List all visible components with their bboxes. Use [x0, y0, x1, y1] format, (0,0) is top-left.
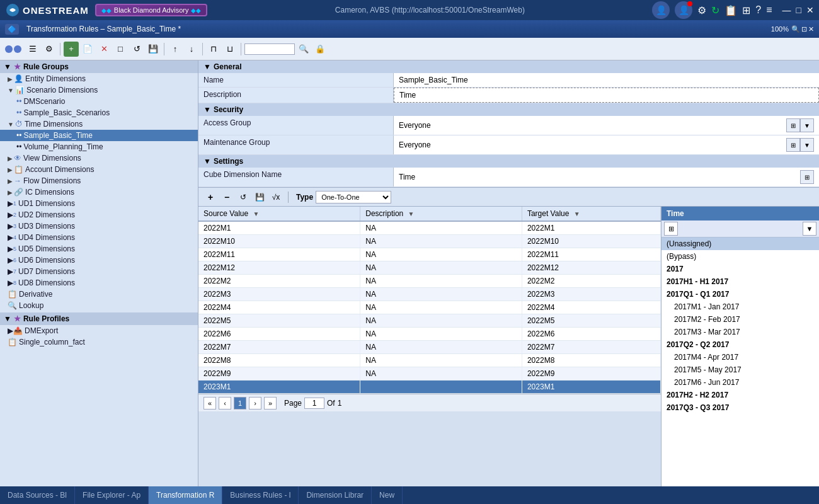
- dim-list-item[interactable]: 2017M5 - May 2017: [662, 364, 819, 376]
- formula-btn[interactable]: √x: [269, 190, 283, 204]
- cell-source-4[interactable]: 2022M2: [198, 275, 360, 288]
- description-header[interactable]: Description ▼: [360, 207, 522, 221]
- save-icon[interactable]: 💾: [146, 42, 161, 57]
- cell-target-10[interactable]: 2022M8: [522, 354, 660, 367]
- cell-target-4[interactable]: 2022M2: [522, 275, 660, 288]
- cell-description-7[interactable]: NA: [360, 314, 522, 328]
- dim-filter-icon[interactable]: ▼: [803, 222, 816, 236]
- table-row[interactable]: 2022M11NA2022M11: [198, 248, 661, 261]
- tree-ud5-dimensions[interactable]: ▶ 5 UD5 Dimensions: [0, 243, 198, 255]
- dim-list-item[interactable]: 2017M3 - Mar 2017: [662, 326, 819, 338]
- cell-target-3[interactable]: 2022M12: [522, 261, 660, 275]
- user-alert-icon[interactable]: 👤: [675, 1, 692, 19]
- cell-description-6[interactable]: NA: [360, 301, 522, 314]
- cell-description-8[interactable]: NA: [360, 328, 522, 341]
- cell-description-9[interactable]: NA: [360, 341, 522, 354]
- tree-sample-basic-time[interactable]: •• Sample_Basic_Time: [0, 130, 198, 141]
- table-row[interactable]: 2022M9NA2022M9: [198, 367, 661, 381]
- add-row-btn[interactable]: +: [203, 190, 217, 204]
- cell-target-1[interactable]: 2022M10: [522, 235, 660, 248]
- cell-target-0[interactable]: 2022M1: [522, 221, 660, 235]
- cube-dimension-value[interactable]: Time: [399, 173, 800, 181]
- filter-btn[interactable]: 🔒: [312, 42, 328, 57]
- dim-list-item[interactable]: (Unassigned): [662, 238, 819, 250]
- cell-description-1[interactable]: NA: [360, 235, 522, 248]
- cell-description-0[interactable]: NA: [360, 221, 522, 235]
- cell-source-0[interactable]: 2022M1: [198, 221, 360, 235]
- dim-list-item[interactable]: 2017H2 - H2 2017: [662, 389, 819, 401]
- tree-ic-dimensions[interactable]: ▶ 🔗 IC Dimensions: [0, 186, 198, 198]
- close-doc-btn[interactable]: ✕: [808, 25, 814, 33]
- table-row[interactable]: 2022M6NA2022M6: [198, 328, 661, 341]
- refresh-icon[interactable]: ↻: [711, 4, 719, 16]
- next-page-btn[interactable]: ›: [249, 397, 261, 410]
- cube-dimension-picker-btn[interactable]: ⊞: [800, 170, 814, 184]
- cell-source-5[interactable]: 2022M3: [198, 288, 360, 301]
- cell-source-12[interactable]: 2023M1: [198, 381, 360, 394]
- tree-dmexport[interactable]: ▶ 📤 DMExport: [0, 325, 198, 336]
- tree-sample-basic-scenarios[interactable]: •• Sample_Basic_Scenarios: [0, 107, 198, 118]
- cell-target-12[interactable]: 2023M1: [522, 381, 660, 394]
- type-select[interactable]: One-To-One: [316, 191, 391, 203]
- source-value-header[interactable]: Source Value ▼: [198, 207, 360, 221]
- cell-description-12[interactable]: [360, 381, 522, 394]
- up-icon[interactable]: ↑: [168, 42, 183, 57]
- table-row[interactable]: 2022M5NA2022M5: [198, 314, 661, 328]
- tree-derivative[interactable]: 📋 Derivative: [0, 289, 198, 300]
- zoom-out-icon[interactable]: 🔍: [791, 25, 800, 33]
- rule-groups-collapse-icon[interactable]: ▼: [4, 62, 11, 71]
- tree-lookup[interactable]: 🔍 Lookup: [0, 300, 198, 311]
- dim-list-item[interactable]: 2017Q3 - Q3 2017: [662, 401, 819, 414]
- tree-flow-dimensions[interactable]: ▶ → Flow Dimensions: [0, 175, 198, 186]
- tree-ud1-dimensions[interactable]: ▶ 1 UD1 Dimensions: [0, 198, 198, 209]
- cell-target-5[interactable]: 2022M3: [522, 288, 660, 301]
- tree-single-column-fact[interactable]: 📋 Single_column_fact: [0, 336, 198, 348]
- maximize-btn[interactable]: □: [796, 5, 801, 15]
- tree-ud4-dimensions[interactable]: ▶ 4 UD4 Dimensions: [0, 232, 198, 243]
- cell-target-7[interactable]: 2022M5: [522, 314, 660, 328]
- table-row[interactable]: 2022M3NA2022M3: [198, 288, 661, 301]
- tab-new[interactable]: New: [372, 486, 403, 504]
- table-row[interactable]: 2022M10NA2022M10: [198, 235, 661, 248]
- cell-target-8[interactable]: 2022M6: [522, 328, 660, 341]
- description-value[interactable]: Time: [394, 88, 819, 103]
- cell-description-11[interactable]: NA: [360, 367, 522, 381]
- down-icon[interactable]: ↓: [184, 42, 199, 57]
- tree-ud8-dimensions[interactable]: ▶ 8 UD8 Dimensions: [0, 277, 198, 289]
- app-logo[interactable]: ONESTREAM: [5, 3, 89, 18]
- close-btn[interactable]: ✕: [806, 5, 814, 15]
- search-input[interactable]: [244, 43, 295, 55]
- access-group-picker-btn[interactable]: ⊞: [786, 118, 800, 132]
- tree-account-dimensions[interactable]: ▶ 📋 Account Dimensions: [0, 164, 198, 175]
- nav-icon-2[interactable]: ⚙: [42, 42, 57, 57]
- description-filter-icon[interactable]: ▼: [408, 210, 415, 217]
- table-row[interactable]: 2022M4NA2022M4: [198, 301, 661, 314]
- app-badge[interactable]: ◆◆ Black Diamond Advisory ◆◆: [95, 4, 208, 16]
- zoom-controls[interactable]: 🔍 ⊡ ✕: [791, 25, 814, 33]
- tab-dimension-library[interactable]: Dimension Librar: [299, 486, 372, 504]
- target-value-header[interactable]: Target Value ▼: [522, 207, 660, 221]
- cell-description-5[interactable]: NA: [360, 288, 522, 301]
- nav-icon-1[interactable]: ☰: [25, 42, 40, 57]
- copy-icon[interactable]: 📄: [80, 42, 95, 57]
- undo-icon[interactable]: ↺: [129, 42, 144, 57]
- table-row[interactable]: 2022M7NA2022M7: [198, 341, 661, 354]
- dim-list-item[interactable]: 2017M6 - Jun 2017: [662, 376, 819, 389]
- general-section-header[interactable]: ▼ General: [198, 60, 819, 73]
- table-row[interactable]: 2022M1NA2022M1: [198, 221, 661, 235]
- table-row[interactable]: 2022M8NA2022M8: [198, 354, 661, 367]
- target-filter-icon[interactable]: ▼: [574, 210, 580, 217]
- cell-source-2[interactable]: 2022M11: [198, 248, 360, 261]
- minimize-btn[interactable]: —: [782, 5, 791, 15]
- tree-time-dimensions[interactable]: ▼ ⏱ Time Dimensions: [0, 118, 198, 130]
- name-value[interactable]: Sample_Basic_Time: [394, 73, 819, 87]
- tree-ud6-dimensions[interactable]: ▶ 6 UD6 Dimensions: [0, 255, 198, 266]
- help-icon[interactable]: ?: [755, 4, 761, 16]
- remove-row-btn[interactable]: −: [220, 190, 234, 204]
- delete-icon[interactable]: ✕: [96, 42, 112, 57]
- cell-target-11[interactable]: 2022M9: [522, 367, 660, 381]
- dim-list-item[interactable]: (Bypass): [662, 250, 819, 263]
- cell-source-11[interactable]: 2022M9: [198, 367, 360, 381]
- window-controls[interactable]: — □ ✕: [782, 5, 814, 15]
- user-icon[interactable]: 👤: [652, 1, 670, 19]
